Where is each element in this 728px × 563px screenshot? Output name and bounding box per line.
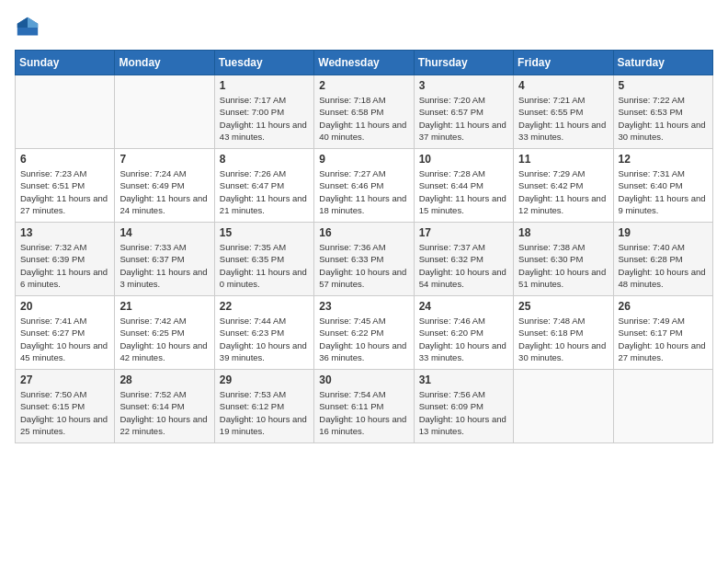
svg-marker-2 [17,17,28,28]
day-number: 13 [20,226,109,239]
day-info: Sunrise: 7:28 AMSunset: 6:44 PMDaylight:… [419,167,508,216]
calendar-cell [514,370,613,443]
day-info: Sunrise: 7:35 AMSunset: 6:35 PMDaylight:… [220,241,309,290]
day-info: Sunrise: 7:20 AMSunset: 6:57 PMDaylight:… [419,94,508,143]
calendar-cell: 30Sunrise: 7:54 AMSunset: 6:11 PMDayligh… [314,370,414,443]
calendar-cell: 7Sunrise: 7:24 AMSunset: 6:49 PMDaylight… [115,149,214,223]
calendar-cell: 11Sunrise: 7:29 AMSunset: 6:42 PMDayligh… [514,149,613,223]
weekday-header-friday: Friday [514,51,613,75]
calendar-cell: 25Sunrise: 7:48 AMSunset: 6:18 PMDayligh… [514,296,613,370]
day-info: Sunrise: 7:36 AMSunset: 6:33 PMDaylight:… [319,241,408,290]
calendar-cell: 27Sunrise: 7:50 AMSunset: 6:15 PMDayligh… [16,370,115,443]
day-number: 27 [20,373,109,386]
day-number: 4 [518,79,608,92]
calendar-cell: 16Sunrise: 7:36 AMSunset: 6:33 PMDayligh… [314,223,414,296]
calendar-cell: 22Sunrise: 7:44 AMSunset: 6:23 PMDayligh… [214,296,313,370]
day-info: Sunrise: 7:27 AMSunset: 6:46 PMDaylight:… [319,167,408,216]
calendar-cell: 28Sunrise: 7:52 AMSunset: 6:14 PMDayligh… [115,370,214,443]
day-info: Sunrise: 7:26 AMSunset: 6:47 PMDaylight:… [220,167,309,216]
calendar-cell: 2Sunrise: 7:18 AMSunset: 6:58 PMDaylight… [314,75,414,149]
calendar-cell: 31Sunrise: 7:56 AMSunset: 6:09 PMDayligh… [414,370,513,443]
day-info: Sunrise: 7:56 AMSunset: 6:09 PMDaylight:… [419,388,508,437]
weekday-header-monday: Monday [115,51,214,75]
calendar-table: SundayMondayTuesdayWednesdayThursdayFrid… [15,50,713,443]
day-number: 21 [119,300,209,313]
weekday-header-row: SundayMondayTuesdayWednesdayThursdayFrid… [16,51,713,75]
calendar-cell [115,75,214,149]
day-info: Sunrise: 7:54 AMSunset: 6:11 PMDaylight:… [319,388,408,437]
weekday-header-tuesday: Tuesday [214,51,313,75]
day-info: Sunrise: 7:50 AMSunset: 6:15 PMDaylight:… [20,388,109,437]
weekday-header-saturday: Saturday [613,51,712,75]
calendar-cell: 24Sunrise: 7:46 AMSunset: 6:20 PMDayligh… [414,296,513,370]
day-number: 3 [419,79,508,92]
day-number: 22 [220,300,309,313]
day-number: 14 [119,226,209,239]
day-info: Sunrise: 7:40 AMSunset: 6:28 PMDaylight:… [619,241,708,290]
day-info: Sunrise: 7:18 AMSunset: 6:58 PMDaylight:… [319,94,408,143]
calendar-week-row-2: 13Sunrise: 7:32 AMSunset: 6:39 PMDayligh… [16,223,713,296]
day-number: 11 [518,153,608,166]
calendar-cell: 5Sunrise: 7:22 AMSunset: 6:53 PMDaylight… [613,75,712,149]
calendar-cell: 29Sunrise: 7:53 AMSunset: 6:12 PMDayligh… [214,370,313,443]
calendar-cell: 10Sunrise: 7:28 AMSunset: 6:44 PMDayligh… [414,149,513,223]
calendar-week-row-3: 20Sunrise: 7:41 AMSunset: 6:27 PMDayligh… [16,296,713,370]
calendar-cell: 14Sunrise: 7:33 AMSunset: 6:37 PMDayligh… [115,223,214,296]
day-info: Sunrise: 7:49 AMSunset: 6:17 PMDaylight:… [619,315,708,363]
calendar-week-row-4: 27Sunrise: 7:50 AMSunset: 6:15 PMDayligh… [16,370,713,443]
day-info: Sunrise: 7:53 AMSunset: 6:12 PMDaylight:… [220,388,309,437]
calendar-cell: 15Sunrise: 7:35 AMSunset: 6:35 PMDayligh… [214,223,313,296]
day-number: 26 [619,300,708,313]
calendar-cell: 13Sunrise: 7:32 AMSunset: 6:39 PMDayligh… [16,223,115,296]
calendar-cell [613,370,712,443]
weekday-header-wednesday: Wednesday [314,51,414,75]
weekday-header-sunday: Sunday [16,51,115,75]
day-number: 29 [220,373,309,386]
day-number: 9 [319,153,408,166]
day-info: Sunrise: 7:44 AMSunset: 6:23 PMDaylight:… [220,315,309,363]
day-info: Sunrise: 7:46 AMSunset: 6:20 PMDaylight:… [419,315,508,363]
day-info: Sunrise: 7:21 AMSunset: 6:55 PMDaylight:… [518,94,608,143]
day-info: Sunrise: 7:33 AMSunset: 6:37 PMDaylight:… [119,241,209,290]
day-number: 7 [119,153,209,166]
calendar-cell: 9Sunrise: 7:27 AMSunset: 6:46 PMDaylight… [314,149,414,223]
day-number: 8 [220,153,309,166]
day-number: 24 [419,300,508,313]
calendar-cell: 21Sunrise: 7:42 AMSunset: 6:25 PMDayligh… [115,296,214,370]
day-info: Sunrise: 7:24 AMSunset: 6:49 PMDaylight:… [119,167,209,216]
day-number: 18 [518,226,608,239]
day-number: 23 [319,300,408,313]
calendar-cell: 18Sunrise: 7:38 AMSunset: 6:30 PMDayligh… [514,223,613,296]
calendar-cell: 17Sunrise: 7:37 AMSunset: 6:32 PMDayligh… [414,223,513,296]
logo [15,15,44,40]
calendar-cell: 3Sunrise: 7:20 AMSunset: 6:57 PMDaylight… [414,75,513,149]
day-number: 30 [319,373,408,386]
day-number: 6 [20,153,109,166]
day-info: Sunrise: 7:37 AMSunset: 6:32 PMDaylight:… [419,241,508,290]
calendar-cell: 19Sunrise: 7:40 AMSunset: 6:28 PMDayligh… [613,223,712,296]
calendar-week-row-0: 1Sunrise: 7:17 AMSunset: 7:00 PMDaylight… [16,75,713,149]
day-number: 12 [619,153,708,166]
calendar-cell: 23Sunrise: 7:45 AMSunset: 6:22 PMDayligh… [314,296,414,370]
day-number: 10 [419,153,508,166]
calendar-cell [16,75,115,149]
calendar-cell: 8Sunrise: 7:26 AMSunset: 6:47 PMDaylight… [214,149,313,223]
calendar-cell: 26Sunrise: 7:49 AMSunset: 6:17 PMDayligh… [613,296,712,370]
day-number: 1 [220,79,309,92]
day-info: Sunrise: 7:17 AMSunset: 7:00 PMDaylight:… [220,94,309,143]
svg-marker-1 [28,17,38,28]
calendar-cell: 1Sunrise: 7:17 AMSunset: 7:00 PMDaylight… [214,75,313,149]
calendar-cell: 12Sunrise: 7:31 AMSunset: 6:40 PMDayligh… [613,149,712,223]
day-info: Sunrise: 7:41 AMSunset: 6:27 PMDaylight:… [20,315,109,363]
day-number: 15 [220,226,309,239]
calendar-cell: 6Sunrise: 7:23 AMSunset: 6:51 PMDaylight… [16,149,115,223]
weekday-header-thursday: Thursday [414,51,513,75]
day-info: Sunrise: 7:38 AMSunset: 6:30 PMDaylight:… [518,241,608,290]
day-number: 25 [518,300,608,313]
day-info: Sunrise: 7:45 AMSunset: 6:22 PMDaylight:… [319,315,408,363]
calendar-cell: 20Sunrise: 7:41 AMSunset: 6:27 PMDayligh… [16,296,115,370]
day-number: 16 [319,226,408,239]
day-number: 17 [419,226,508,239]
day-info: Sunrise: 7:52 AMSunset: 6:14 PMDaylight:… [119,388,209,437]
calendar-week-row-1: 6Sunrise: 7:23 AMSunset: 6:51 PMDaylight… [16,149,713,223]
